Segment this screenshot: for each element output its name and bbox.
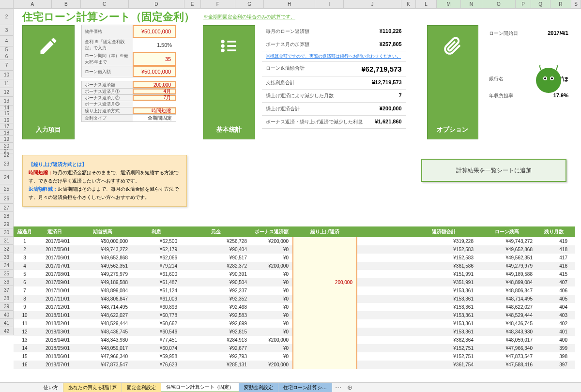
row-header[interactable]: 38 [0,294,14,302]
col-header[interactable]: D [129,0,184,8]
repay-cell[interactable] [292,336,357,344]
row-header[interactable]: 40 [0,311,14,319]
row-header[interactable]: 13 [0,97,14,106]
rate-input[interactable]: 1.50% [133,38,176,52]
row-header[interactable]: 4 [0,36,14,46]
tab-loan-fixed[interactable]: 住宅ローン計算シート（固定） [161,383,239,392]
row-header[interactable]: 7 [0,60,14,71]
row-header[interactable]: 15 [0,110,14,117]
repay-cell[interactable] [292,311,357,319]
col-header[interactable]: M [437,0,461,8]
row-header[interactable]: 34 [0,261,14,270]
table-row[interactable]: 112018/02/01¥48,529,444¥60,662¥92,699¥0¥… [14,319,575,328]
bonus-input[interactable]: 200,000 [133,81,176,88]
tab-usage[interactable]: 使い方 [39,383,63,392]
col-header[interactable]: R [550,0,572,8]
row-header[interactable]: 5 [0,46,14,53]
row-header[interactable]: 3 [0,25,14,36]
tab-variable-rate[interactable]: 変動金利設定 [239,383,278,392]
row-header[interactable]: 25 [0,184,14,194]
table-row[interactable]: 92017/12/01¥48,714,495¥60,893¥92,468¥0¥1… [14,303,575,311]
row-header[interactable]: 31 [0,237,14,245]
tab-fixed-rate[interactable]: 固定金利設定 [122,383,161,392]
row-header[interactable]: 28 [0,212,14,220]
row-header[interactable]: 29 [0,220,14,228]
price-input[interactable]: ¥50,000,000 [133,25,176,38]
row-header[interactable]: 22 [0,153,14,157]
table-row[interactable]: 102018/01/01¥48,622,027¥60,778¥92,583¥0¥… [14,311,575,319]
row-header[interactable]: 42 [0,327,14,335]
col-header[interactable]: J [344,0,401,8]
repay-cell[interactable] [292,319,357,328]
row-header[interactable]: 36 [0,278,14,286]
row-header[interactable]: 10 [0,71,14,79]
bm3-input[interactable] [133,101,176,107]
row-header[interactable]: 6 [0,53,14,60]
repay-cell[interactable] [292,254,357,262]
stats-link[interactable]: ※概算金額ですので、実際の返済額は銀行へお問い合わせください。 [262,51,406,62]
table-row[interactable]: 132018/04/01¥48,343,930¥77,451¥284,913¥2… [14,336,575,344]
col-header[interactable]: C [81,0,129,8]
table-row[interactable]: 52017/08/01¥49,279,979¥61,600¥90,391¥0¥1… [14,270,575,278]
table-row[interactable]: 22017/05/01¥49,743,272¥62,179¥90,404¥0¥1… [14,245,575,254]
bm1-input[interactable]: 4月 [133,89,176,94]
col-header[interactable]: N [461,0,482,8]
row-header[interactable]: 32 [0,245,14,253]
col-header[interactable]: G [235,0,264,8]
table-row[interactable]: 42017/07/01¥49,562,351¥79,214¥282,372¥20… [14,262,575,270]
row-header[interactable]: 14 [0,106,14,110]
add-result-button[interactable]: 計算結果を一覧シートに追加 [421,159,566,182]
start-val[interactable]: 2017/4/1 [528,30,568,37]
table-row[interactable]: 162018/07/01¥47,873,547¥76,623¥285,131¥2… [14,361,575,369]
repay-cell[interactable] [292,245,357,254]
repay-input[interactable]: 時間短縮 [133,107,176,114]
table-row[interactable]: 32017/06/01¥49,652,868¥62,066¥90,517¥0¥1… [14,254,575,262]
tab-affordable[interactable]: あなたの買える額計算 [63,383,122,392]
row-header[interactable]: 23 [0,157,14,171]
col-header[interactable]: Q [531,0,550,8]
repay-cell[interactable] [292,344,357,352]
row-header[interactable]: 24 [0,171,14,184]
row-header[interactable]: 35 [0,270,14,278]
type-input[interactable]: 全期間固定 [133,115,176,121]
col-header[interactable]: A [14,0,52,8]
row-header[interactable]: 26 [0,194,14,204]
tab-add-icon[interactable]: ⊕ [344,384,355,391]
table-row[interactable]: 12017/04/01¥50,000,000¥62,500¥256,728¥20… [14,237,575,245]
col-header[interactable]: H [264,0,315,8]
repay-cell[interactable] [292,303,357,311]
row-header[interactable]: 2 [0,9,14,25]
sheet-tabs[interactable]: 使い方 あなたの買える額計算 固定金利設定 住宅ローン計算シート（固定） 変動金… [0,382,581,392]
row-header[interactable]: 19 [0,136,14,143]
col-header[interactable]: K [401,0,416,8]
row-header[interactable]: 18 [0,130,14,136]
loan-input[interactable]: ¥50,000,000 [133,66,176,77]
repay-cell[interactable] [292,237,357,245]
repay-cell[interactable] [292,295,357,303]
row-header[interactable]: 16 [0,117,14,123]
table-row[interactable]: 142018/05/01¥48,059,017¥60,074¥92,677¥0¥… [14,344,575,352]
repay-cell[interactable] [292,262,357,270]
period-input[interactable]: 35 [133,52,176,66]
table-row[interactable]: 122018/03/01¥48,436,745¥60,546¥92,815¥0¥… [14,328,575,336]
repay-cell[interactable] [292,352,357,361]
col-header[interactable]: O [482,0,516,8]
row-header[interactable]: 33 [0,253,14,261]
row-header[interactable]: 37 [0,286,14,294]
col-header[interactable]: L [416,0,437,8]
row-header[interactable]: 30 [0,228,14,237]
repay-cell[interactable] [292,328,357,336]
bm2-input[interactable]: 7月 [133,95,176,101]
tab-more-icon[interactable]: ⋯ [332,384,344,391]
col-header[interactable]: E [184,0,201,8]
col-header[interactable]: I [315,0,344,8]
row-header[interactable]: 12 [0,88,14,97]
row-header[interactable]: 41 [0,319,14,327]
row-header[interactable]: 17 [0,123,14,130]
col-header[interactable]: F [201,0,235,8]
table-row[interactable]: 72017/10/01¥48,899,084¥61,124¥92,237¥0¥1… [14,286,575,295]
row-header[interactable]: 39 [0,302,14,311]
table-row[interactable]: 152018/06/01¥47,966,340¥59,958¥92,793¥0¥… [14,352,575,361]
table-row[interactable]: 62017/09/01¥49,189,588¥61,487¥90,504¥020… [14,278,575,286]
repay-cell[interactable] [292,361,357,369]
